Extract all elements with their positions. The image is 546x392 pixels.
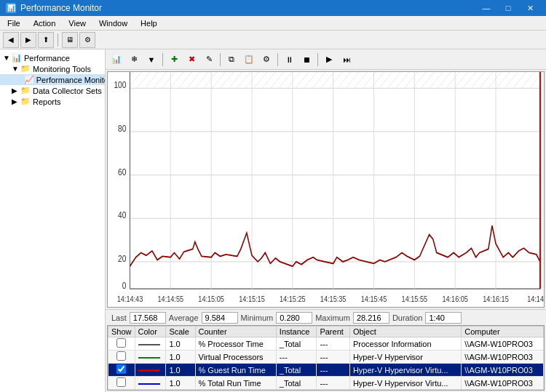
ct-play-btn[interactable]: ▶ — [321, 52, 337, 68]
title-bar: 📊 Performance Monitor — □ ✕ — [0, 0, 546, 16]
ct-paste-btn[interactable]: 📋 — [241, 52, 257, 68]
dur-label: Duration — [389, 313, 426, 322]
th-show: Show — [108, 327, 135, 337]
ct-highlight-btn[interactable]: ✎ — [201, 52, 217, 68]
folder-icon-reports: 📁 — [20, 97, 31, 106]
ct-dropdown-btn[interactable]: ▼ — [143, 52, 159, 68]
folder-icon-dcs: 📁 — [20, 86, 31, 95]
avg-value: 9.584 — [202, 312, 238, 324]
tree-item-performance[interactable]: ▼ 📊 Performance — [0, 52, 105, 63]
show-cell[interactable] — [108, 364, 135, 377]
svg-text:14:14:55: 14:14:55 — [158, 295, 184, 303]
perf-icon: 📊 — [12, 53, 22, 63]
show-cell[interactable] — [108, 337, 135, 351]
show-checkbox[interactable] — [116, 351, 126, 361]
right-panel: 📊 ❄ ▼ ✚ ✖ ✎ ⧉ 📋 ⚙ ⏸ ⏹ ▶ ⏭ — [106, 49, 546, 392]
th-counter: Counter — [195, 327, 276, 337]
color-line — [138, 383, 160, 385]
th-scale: Scale — [166, 327, 195, 337]
tree-item-perfmon[interactable]: 📈 Performance Monitor — [0, 74, 105, 85]
table-row[interactable]: 1.0% Processor Time_Total---Processor In… — [108, 337, 544, 351]
table-row[interactable]: 1.0% Total Run Time_Total---Hyper-V Hype… — [108, 377, 544, 390]
show-checkbox[interactable] — [116, 364, 126, 374]
color-cell — [135, 364, 166, 377]
menu-file[interactable]: File — [1, 17, 26, 30]
menu-action[interactable]: Action — [28, 17, 62, 30]
show-checkbox[interactable] — [116, 377, 126, 387]
svg-text:20: 20 — [118, 254, 126, 263]
ct-view-btn[interactable]: 📊 — [108, 52, 124, 68]
avg-label: Average — [166, 313, 202, 322]
counter-cell: Virtual Processors — [195, 351, 276, 364]
table-header-row: Show Color Scale Counter Instance Parent… — [108, 327, 544, 337]
tree-label-perfmon: Performance Monitor — [36, 76, 106, 84]
svg-text:14:15:45: 14:15:45 — [361, 295, 387, 303]
ct-delete-btn[interactable]: ✖ — [183, 52, 199, 68]
tb-show[interactable]: 🖥 — [62, 32, 78, 48]
folder-icon-monitoring: 📁 — [20, 64, 31, 73]
th-instance: Instance — [276, 327, 317, 337]
tree-item-dcs[interactable]: ▶ 📁 Data Collector Sets — [0, 85, 105, 96]
svg-rect-2 — [130, 72, 539, 289]
ct-copy-btn[interactable]: ⧉ — [223, 52, 240, 68]
svg-text:60: 60 — [118, 167, 126, 177]
show-cell[interactable] — [108, 377, 135, 390]
menu-help[interactable]: Help — [135, 17, 163, 30]
ct-stop-btn[interactable]: ⏹ — [298, 52, 314, 68]
instance-cell: _Total — [276, 377, 317, 390]
toolbar-sep1 — [58, 33, 58, 47]
svg-rect-3 — [130, 72, 539, 88]
color-line — [138, 369, 160, 372]
counter-cell: % Total Run Time — [195, 377, 276, 390]
svg-text:14:15:05: 14:15:05 — [198, 295, 224, 303]
tree-label-performance: Performance — [24, 54, 70, 63]
minimize-button[interactable]: — — [476, 1, 496, 15]
chart-sep4 — [317, 53, 318, 66]
instance-cell: _Total — [276, 337, 317, 351]
scale-cell: 1.0 — [166, 337, 195, 351]
chart-sep3 — [277, 53, 278, 66]
ct-props-btn[interactable]: ⚙ — [258, 52, 274, 68]
show-checkbox[interactable] — [116, 338, 126, 348]
table-row[interactable]: 1.0Virtual Processors------Hyper-V Hyper… — [108, 351, 544, 364]
computer-cell: \\AGM-W10PRO03 — [462, 377, 544, 390]
close-button[interactable]: ✕ — [520, 1, 540, 15]
table-row[interactable]: 1.0% Guest Run Time_Total---Hyper-V Hype… — [108, 364, 544, 377]
parent-cell: --- — [317, 351, 350, 364]
tree-item-reports[interactable]: ▶ 📁 Reports — [0, 96, 105, 107]
parent-cell: --- — [317, 364, 350, 377]
min-label: Minimum — [238, 313, 277, 322]
computer-cell: \\AGM-W10PRO03 — [462, 364, 544, 377]
menu-view[interactable]: View — [63, 17, 92, 30]
ct-pause-btn[interactable]: ⏸ — [281, 52, 297, 68]
data-table-area: Show Color Scale Counter Instance Parent… — [107, 325, 545, 391]
tb-properties[interactable]: ⚙ — [79, 32, 95, 48]
chart-toolbar: 📊 ❄ ▼ ✚ ✖ ✎ ⧉ 📋 ⚙ ⏸ ⏹ ▶ ⏭ — [106, 49, 546, 70]
parent-cell: --- — [317, 337, 350, 351]
show-cell[interactable] — [108, 351, 135, 364]
menu-window[interactable]: Window — [93, 17, 133, 30]
ct-freeze-btn[interactable]: ❄ — [126, 52, 142, 68]
main-toolbar: ◀ ▶ ⬆ 🖥 ⚙ — [0, 31, 546, 49]
tree-item-monitoring[interactable]: ▼ 📁 Monitoring Tools — [0, 63, 105, 74]
tb-up[interactable]: ⬆ — [38, 32, 54, 48]
tb-back[interactable]: ◀ — [3, 32, 19, 48]
svg-text:100: 100 — [114, 80, 126, 89]
svg-text:14:14:42: 14:14:42 — [527, 295, 544, 303]
svg-text:14:15:15: 14:15:15 — [239, 295, 265, 303]
tb-forward[interactable]: ▶ — [20, 32, 36, 48]
svg-text:14:16:15: 14:16:15 — [483, 295, 509, 303]
tree-label-monitoring: Monitoring Tools — [33, 65, 91, 73]
chart-sep1 — [162, 53, 163, 66]
chart-icon-perfmon: 📈 — [24, 75, 34, 84]
min-value: 0.280 — [276, 312, 312, 324]
ct-scroll-btn[interactable]: ⏭ — [339, 52, 355, 68]
svg-text:0: 0 — [122, 281, 127, 290]
svg-text:14:16:05: 14:16:05 — [442, 295, 468, 303]
maximize-button[interactable]: □ — [498, 1, 518, 15]
instance-cell: _Total — [276, 364, 317, 377]
expand-icon-reports: ▶ — [12, 97, 20, 105]
svg-text:14:15:55: 14:15:55 — [402, 295, 428, 303]
th-color: Color — [135, 327, 166, 337]
ct-add-btn[interactable]: ✚ — [166, 52, 182, 68]
